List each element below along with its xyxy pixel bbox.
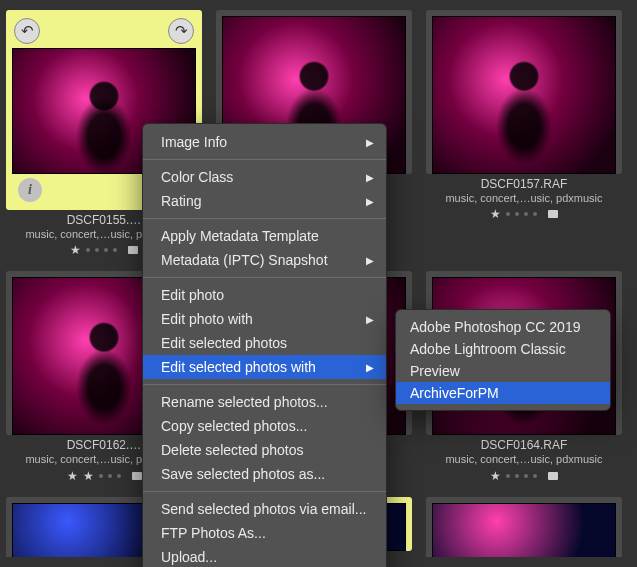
color-class-chip[interactable] xyxy=(548,210,558,218)
submenu-arrow-icon: ▶ xyxy=(366,196,374,207)
menu-separator xyxy=(143,218,386,219)
color-class-chip[interactable] xyxy=(128,246,138,254)
submenu-item-lightroom[interactable]: Adobe Lightroom Classic xyxy=(396,338,610,360)
menu-label: Save selected photos as... xyxy=(161,466,325,482)
menu-label: Metadata (IPTC) Snapshot xyxy=(161,252,328,268)
thumbnail-cell[interactable] xyxy=(426,497,622,557)
menu-label: Edit photo with xyxy=(161,311,253,327)
thumbnail-image[interactable] xyxy=(432,16,616,174)
submenu-label: ArchiveForPM xyxy=(410,385,499,401)
menu-label: Send selected photos via email... xyxy=(161,501,366,517)
menu-item-ftp-photos[interactable]: FTP Photos As... xyxy=(143,521,386,545)
rating-dot xyxy=(95,248,99,252)
submenu-arrow-icon: ▶ xyxy=(366,314,374,325)
menu-item-image-info[interactable]: Image Info ▶ xyxy=(143,130,386,154)
submenu-item-photoshop[interactable]: Adobe Photoshop CC 2019 xyxy=(396,316,610,338)
menu-label: Rename selected photos... xyxy=(161,394,328,410)
menu-item-copy-selected[interactable]: Copy selected photos... xyxy=(143,414,386,438)
submenu-arrow-icon: ▶ xyxy=(366,362,374,373)
menu-label: Image Info xyxy=(161,134,227,150)
color-class-chip[interactable] xyxy=(132,472,142,480)
star-icon: ★ xyxy=(83,470,94,482)
star-icon: ★ xyxy=(67,470,78,482)
color-class-chip[interactable] xyxy=(548,472,558,480)
submenu-label: Adobe Photoshop CC 2019 xyxy=(410,319,580,335)
rating-row[interactable]: ★ xyxy=(426,466,622,485)
menu-item-apply-metadata-template[interactable]: Apply Metadata Template xyxy=(143,224,386,248)
submenu-item-preview[interactable]: Preview xyxy=(396,360,610,382)
rating-dot xyxy=(104,248,108,252)
menu-label: Edit selected photos xyxy=(161,335,287,351)
menu-label: Edit selected photos with xyxy=(161,359,316,375)
menu-label: Color Class xyxy=(161,169,233,185)
menu-item-rename-selected[interactable]: Rename selected photos... xyxy=(143,390,386,414)
menu-item-edit-photo-with[interactable]: Edit photo with ▶ xyxy=(143,307,386,331)
submenu-arrow-icon: ▶ xyxy=(366,137,374,148)
submenu-arrow-icon: ▶ xyxy=(366,255,374,266)
submenu-arrow-icon: ▶ xyxy=(366,172,374,183)
menu-label: Rating xyxy=(161,193,201,209)
thumbnail-image[interactable] xyxy=(432,503,616,557)
menu-separator xyxy=(143,491,386,492)
context-submenu: Adobe Photoshop CC 2019 Adobe Lightroom … xyxy=(395,309,611,411)
menu-label: Apply Metadata Template xyxy=(161,228,319,244)
menu-label: Copy selected photos... xyxy=(161,418,307,434)
rating-dot xyxy=(86,248,90,252)
menu-item-delete-selected[interactable]: Delete selected photos xyxy=(143,438,386,462)
thumbnail-frame xyxy=(426,497,622,557)
submenu-label: Adobe Lightroom Classic xyxy=(410,341,566,357)
context-menu: Image Info ▶ Color Class ▶ Rating ▶ Appl… xyxy=(142,123,387,567)
submenu-label: Preview xyxy=(410,363,460,379)
menu-item-edit-selected-photos-with[interactable]: Edit selected photos with ▶ xyxy=(143,355,386,379)
thumbnail-filename: DSCF0164.RAF xyxy=(426,439,622,453)
star-icon: ★ xyxy=(70,244,81,256)
thumbnail-tags: music, concert,…usic, pdxmusic xyxy=(426,192,622,205)
menu-label: FTP Photos As... xyxy=(161,525,266,541)
menu-label: Delete selected photos xyxy=(161,442,303,458)
star-icon: ★ xyxy=(490,470,501,482)
info-button[interactable]: i xyxy=(18,178,42,202)
menu-item-send-email[interactable]: Send selected photos via email... xyxy=(143,497,386,521)
star-icon: ★ xyxy=(490,208,501,220)
thumbnail-cell[interactable]: DSCF0157.RAF music, concert,…usic, pdxmu… xyxy=(426,10,622,259)
menu-item-edit-selected-photos[interactable]: Edit selected photos xyxy=(143,331,386,355)
menu-separator xyxy=(143,277,386,278)
undo-button[interactable]: ↶ xyxy=(14,18,40,44)
menu-separator xyxy=(143,384,386,385)
rating-dot xyxy=(113,248,117,252)
menu-label: Edit photo xyxy=(161,287,224,303)
menu-item-edit-photo[interactable]: Edit photo xyxy=(143,283,386,307)
menu-item-color-class[interactable]: Color Class ▶ xyxy=(143,165,386,189)
menu-item-metadata-snapshot[interactable]: Metadata (IPTC) Snapshot ▶ xyxy=(143,248,386,272)
thumbnail-frame xyxy=(426,10,622,174)
menu-item-save-selected[interactable]: Save selected photos as... xyxy=(143,462,386,486)
menu-item-upload[interactable]: Upload... xyxy=(143,545,386,567)
menu-separator xyxy=(143,159,386,160)
rating-row[interactable]: ★ xyxy=(426,204,622,223)
thumbnail-filename: DSCF0157.RAF xyxy=(426,178,622,192)
submenu-item-archiveforpm[interactable]: ArchiveForPM xyxy=(396,382,610,404)
thumbnail-tags: music, concert,…usic, pdxmusic xyxy=(426,453,622,466)
menu-item-rating[interactable]: Rating ▶ xyxy=(143,189,386,213)
menu-label: Upload... xyxy=(161,549,217,565)
redo-button[interactable]: ↷ xyxy=(168,18,194,44)
